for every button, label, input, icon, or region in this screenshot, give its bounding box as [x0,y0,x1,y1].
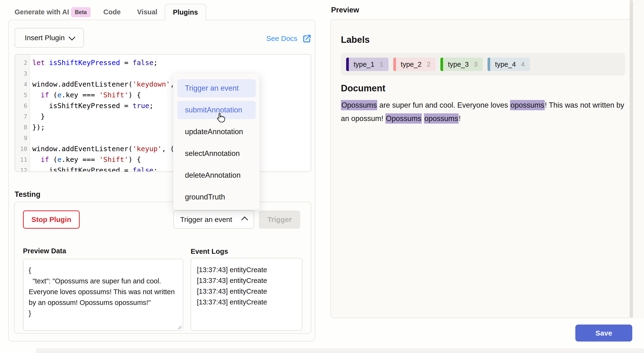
right-margin [633,0,644,318]
line-number: 11 [15,154,30,165]
label-chip-type-2[interactable]: type_22 [393,58,436,71]
tab-visual[interactable]: Visual [137,4,158,20]
line-number: 4 [15,79,30,90]
code-line: window.addEventListener('keydown', (e) =… [32,79,311,90]
log-line: [13:37:43] entityCreate [197,286,296,297]
bottom-page-edge [36,348,644,353]
code-line: let isShiftKeyPressed = false; [32,58,311,68]
resize-grip-icon[interactable] [177,325,182,330]
document-heading: Document [341,83,386,94]
chip-hotkey: 2 [427,61,430,68]
tab-plugins[interactable]: Plugins [164,4,206,20]
label-chips-bar: type_11 type_22 type_33 type_44 [341,53,625,76]
beta-badge: Beta [71,7,91,17]
chip-color-bar [393,58,396,71]
line-number: 3 [15,68,30,79]
line-number: 9 [15,133,30,144]
code-line: if (e.key === 'Shift') { [32,90,311,100]
event-logs-label: Event Logs [191,248,228,256]
doc-plain-text: are super fun and cool. Everyone loves [377,101,510,109]
code-line [32,68,311,79]
chip-color-bar [346,58,349,71]
preview-heading: Preview [331,6,359,14]
line-number: 8 [15,122,30,133]
event-logs-panel[interactable]: [13:37:43] entityCreate [13:37:43] entit… [191,258,302,331]
code-editor[interactable]: 2 3 4 5 6 7 8 9 10 11 12 let isShiftKeyP… [14,54,311,172]
chip-hotkey: 4 [521,61,525,68]
code-line: isShiftKeyPressed = false; [32,165,311,172]
see-docs-link[interactable]: See Docs [266,33,312,44]
chip-color-bar [440,58,443,71]
insert-plugin-label: Insert Plugin [25,34,65,42]
code-line: } [32,111,311,122]
vertical-scrollbar[interactable] [630,0,633,318]
tab-generate-with-ai[interactable]: Generate with AI [14,4,69,20]
preview-data-label: Preview Data [23,247,66,255]
event-dropdown-menu: Trigger an event submitAnnotation update… [174,74,260,210]
see-docs-label: See Docs [266,34,297,42]
line-number: 12 [15,165,30,172]
stop-plugin-button[interactable]: Stop Plugin [23,210,80,229]
trigger-button: Trigger [259,210,300,229]
doc-plain-text [422,114,424,123]
menu-item-select-annotation[interactable]: selectAnnotation [177,144,256,163]
menu-item-trigger-an-event[interactable]: Trigger an event [177,79,256,97]
label-chip-type-3[interactable]: type_33 [440,58,483,71]
label-chip-type-1[interactable]: type_11 [346,58,388,71]
doc-plain-text: ! [458,114,461,123]
menu-item-delete-annotation[interactable]: deleteAnnotation [177,166,256,184]
document-text[interactable]: Opossums are super fun and cool. Everyon… [341,98,630,125]
testing-heading: Testing [14,190,40,199]
chip-hotkey: 1 [380,61,383,68]
menu-item-ground-truth[interactable]: groundTruth [177,188,256,206]
insert-plugin-button[interactable]: Insert Plugin [14,28,84,48]
plugin-editor-page: Generate with AI Beta Code Visual Plugin… [0,0,644,353]
chevron-up-icon [241,216,248,223]
code-line: if (e.key === 'Shift') { [32,154,311,165]
hand-cursor-icon [215,112,226,124]
external-link-icon [302,34,312,43]
code-line: isShiftKeyPressed = true; [32,100,311,111]
chip-color-bar [488,58,490,71]
line-number: 6 [15,100,30,111]
preview-data-textarea[interactable]: { "text": "Opossums are super fun and co… [23,259,183,331]
code-line: }); [32,122,311,133]
code-content[interactable]: let isShiftKeyPressed = false; window.ad… [30,54,311,172]
log-line: [13:37:43] entityCreate [197,275,296,286]
code-line: window.addEventListener('keyup', (e) => … [32,144,311,154]
save-button[interactable]: Save [575,324,632,342]
log-line: [13:37:43] entityCreate [197,264,296,275]
tab-code[interactable]: Code [103,4,121,20]
chip-label: type_2 [401,60,422,68]
event-select-value: Trigger an event [180,216,232,224]
line-number-gutter: 2 3 4 5 6 7 8 9 10 11 12 [15,54,30,172]
label-chip-type-4[interactable]: type_44 [488,58,530,71]
chip-hotkey: 3 [474,61,478,68]
log-line: [13:37:43] entityCreate [197,297,296,308]
annotation-span[interactable]: Opossums [386,113,422,124]
chip-label: type_1 [354,60,374,68]
menu-item-update-annotation[interactable]: updateAnnotation [177,123,256,141]
line-number: 7 [15,111,30,122]
chip-label: type_4 [495,60,516,68]
event-select[interactable]: Trigger an event [174,210,254,229]
code-line [32,133,311,144]
annotation-span[interactable]: opossums [510,100,545,110]
chip-label: type_3 [448,60,469,68]
annotation-span[interactable]: Opossums [341,100,377,110]
line-number: 5 [15,90,30,100]
line-number: 10 [15,144,30,154]
line-number: 2 [15,58,30,68]
labels-heading: Labels [341,35,370,45]
annotation-span[interactable]: opossums [424,113,458,124]
chevron-down-icon [69,34,75,40]
